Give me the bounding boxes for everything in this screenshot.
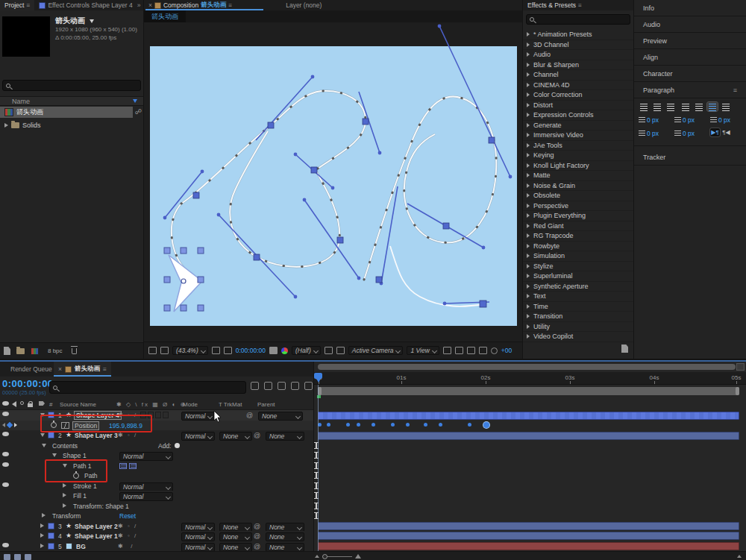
layer-switches[interactable]: ✱ ◦ /: [118, 523, 137, 529]
fast-previews-icon[interactable]: [455, 347, 463, 354]
property-name[interactable]: Path: [84, 472, 98, 479]
twirl-icon[interactable]: [527, 294, 530, 298]
twirl-icon[interactable]: [527, 92, 530, 97]
twirl-icon[interactable]: [527, 314, 530, 318]
justify-last-center-button[interactable]: [694, 102, 704, 111]
twirl-icon[interactable]: [527, 304, 530, 309]
keyframe-diamond-icon[interactable]: [7, 421, 13, 427]
twirl-icon[interactable]: [63, 464, 67, 468]
parent-pickwhip-icon[interactable]: [254, 543, 260, 550]
twirl-icon[interactable]: [527, 264, 530, 268]
bit-depth-button[interactable]: 8 bpc: [45, 347, 66, 355]
tab-project[interactable]: Project: [0, 0, 34, 10]
twirl-icon[interactable]: [527, 163, 530, 168]
exposure-value[interactable]: +00: [501, 347, 512, 354]
twirl-icon[interactable]: [527, 213, 530, 218]
ltr-direction-button[interactable]: ▶¶: [710, 128, 720, 136]
snapshot-icon[interactable]: [148, 347, 157, 354]
path-direction-icon[interactable]: [129, 463, 137, 469]
time-navigator[interactable]: [318, 364, 736, 370]
effects-category[interactable]: * Animation Presets: [523, 30, 633, 40]
layer-bar-shape-layer-2[interactable]: [318, 522, 739, 530]
twirl-icon[interactable]: [527, 284, 530, 289]
twirl-icon[interactable]: [40, 433, 45, 437]
timeline-search-input[interactable]: [60, 384, 242, 391]
zoom-slider[interactable]: [322, 556, 352, 557]
property-row-position[interactable]: Position 195.9,898.9: [0, 421, 313, 431]
group-row-transform-shape-1[interactable]: Transform: Shape 1: [0, 501, 313, 512]
blend-mode-dropdown[interactable]: Normal: [181, 412, 215, 421]
playhead-line[interactable]: [318, 385, 319, 560]
panel-menu-icon[interactable]: [228, 1, 232, 9]
twirl-icon[interactable]: [40, 533, 44, 538]
layer-bar-bg[interactable]: [318, 542, 739, 550]
effects-category[interactable]: Stylize: [523, 262, 633, 272]
effects-category[interactable]: Matte: [523, 171, 633, 181]
trkmat-dropdown[interactable]: None: [219, 432, 252, 441]
effects-category[interactable]: Red Giant: [523, 221, 633, 232]
timeline-graph-area[interactable]: 0s01s02s03s04s05s: [313, 362, 746, 560]
parent-dropdown[interactable]: None: [266, 543, 304, 552]
blend-mode-dropdown[interactable]: Normal: [119, 492, 173, 501]
property-name[interactable]: Position: [73, 422, 98, 430]
effects-category[interactable]: Audio: [523, 50, 633, 60]
effects-category[interactable]: CINEMA 4D: [523, 81, 633, 91]
twirl-icon[interactable]: [527, 32, 530, 37]
group-row-shape-1[interactable]: Shape 1 Normal: [0, 450, 313, 461]
new-folder-icon[interactable]: [16, 348, 25, 354]
panel-audio[interactable]: Audio: [634, 16, 746, 33]
tab-effect-controls[interactable]: Effect Controls Shape Layer 4: [34, 0, 137, 10]
blend-mode-dropdown[interactable]: Normal: [119, 452, 173, 461]
close-icon[interactable]: [58, 365, 62, 373]
source-name-column[interactable]: Source Name: [60, 401, 96, 408]
project-search[interactable]: [2, 80, 141, 91]
expand-transfer-controls-icon[interactable]: [14, 554, 21, 560]
twirl-icon[interactable]: [527, 43, 530, 47]
effects-category[interactable]: Video Copilot: [523, 332, 633, 342]
twirl-icon[interactable]: [42, 444, 46, 447]
layer-color-swatch[interactable]: [48, 432, 54, 438]
effects-category[interactable]: Perspective: [523, 201, 633, 212]
twirl-icon[interactable]: [527, 123, 530, 128]
twirl-icon[interactable]: [527, 133, 530, 137]
camera-dropdown[interactable]: Active Camera: [348, 346, 404, 355]
comp-marker-button[interactable]: [736, 363, 745, 371]
justify-last-right-button[interactable]: [707, 102, 718, 111]
zoom-out-icon[interactable]: [315, 555, 319, 558]
blend-mode-dropdown[interactable]: Normal: [181, 432, 215, 441]
add-button[interactable]: [175, 443, 180, 448]
layer-switches[interactable]: ✱ ◦ /: [118, 432, 137, 438]
flyout-arrow-icon[interactable]: [90, 19, 94, 23]
layer-switches[interactable]: ✱ /: [118, 543, 134, 550]
effects-category[interactable]: Distort: [523, 101, 633, 111]
blend-mode-dropdown[interactable]: Normal: [181, 543, 215, 552]
region-of-interest-icon[interactable]: [325, 347, 333, 354]
effects-category[interactable]: Channel: [523, 70, 633, 81]
pixel-aspect-icon[interactable]: [443, 347, 451, 354]
toggle-brainstorm-icon[interactable]: [737, 555, 742, 558]
effects-category[interactable]: Immersive Video: [523, 130, 633, 141]
effects-category[interactable]: Plugin Everything: [523, 211, 633, 221]
video-column-icon[interactable]: [2, 401, 9, 406]
twirl-icon[interactable]: [40, 544, 44, 548]
mode-column[interactable]: Mode: [183, 401, 198, 408]
panel-menu-icon[interactable]: [103, 365, 107, 373]
blend-mode-dropdown[interactable]: Normal: [119, 482, 173, 491]
trkmat-dropdown[interactable]: None: [219, 532, 252, 541]
panel-paragraph[interactable]: Paragraph: [634, 82, 746, 98]
effects-category[interactable]: RG Trapcode: [523, 231, 633, 242]
layer-color-swatch[interactable]: [48, 532, 54, 539]
composition-canvas[interactable]: [144, 22, 522, 342]
twirl-icon[interactable]: [42, 513, 46, 517]
timeline-search[interactable]: [49, 381, 246, 394]
effects-category[interactable]: Utility: [523, 322, 633, 333]
project-name-column[interactable]: Name: [0, 96, 143, 106]
effects-category[interactable]: Expression Controls: [523, 110, 633, 121]
twirl-icon[interactable]: [52, 453, 57, 457]
keyframe-dot[interactable]: [327, 423, 330, 427]
project-item-composition[interactable]: 箭头动画: [0, 107, 133, 118]
twirl-icon[interactable]: [527, 63, 530, 67]
layer-name[interactable]: Shape Layer 4: [75, 412, 121, 419]
project-search-input[interactable]: [13, 82, 137, 89]
panel-menu-icon[interactable]: [733, 86, 737, 94]
